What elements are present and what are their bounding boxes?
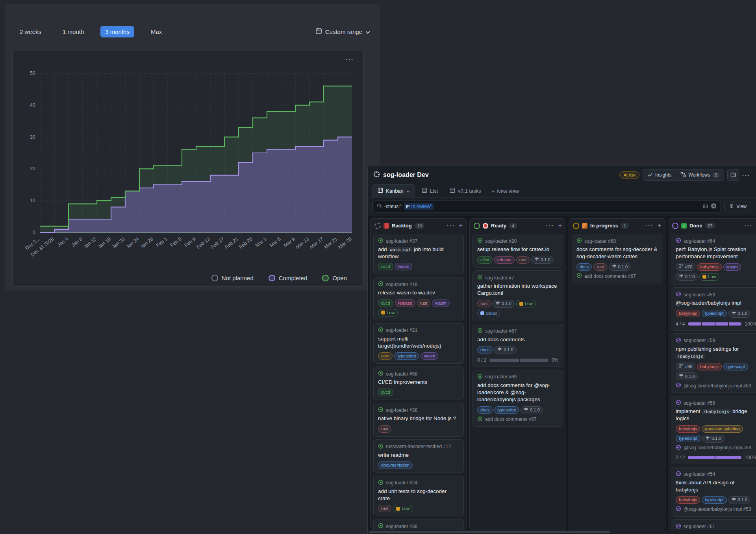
column-actions: ···+ xyxy=(546,222,562,229)
priority-icon xyxy=(519,302,523,306)
issue-card[interactable]: rustwasm-decoder-testbed #12write readme… xyxy=(373,439,464,473)
issue-title: release wasm to wa.dev xyxy=(378,289,459,296)
new-view-button[interactable]: + New view xyxy=(488,186,523,197)
range-2-weeks[interactable]: 2 weeks xyxy=(15,26,46,37)
insights-icon xyxy=(647,172,653,179)
label-pill: rust xyxy=(593,263,607,271)
issue-meta: sog-loader #21 xyxy=(378,327,459,334)
horizontal-scrollbar[interactable] xyxy=(368,530,756,534)
insights-button[interactable]: Insights xyxy=(643,169,676,180)
issue-card[interactable]: sog-loader #37add wasm-opt job into buil… xyxy=(373,234,464,274)
column-name: Backlog xyxy=(392,223,412,229)
custom-range-button[interactable]: Custom range xyxy=(315,28,370,35)
sub-issue-link[interactable]: @sog-laoder/babylonjs impl #53 xyxy=(676,445,751,451)
linked-pr-pill[interactable]: #66 xyxy=(676,363,695,370)
column-menu-button[interactable]: ··· xyxy=(645,222,654,229)
column-menu-button[interactable]: ··· xyxy=(546,222,554,229)
svg-text:Feb 17: Feb 17 xyxy=(210,236,225,250)
range-max[interactable]: Max xyxy=(146,26,167,37)
sub-issue-link[interactable]: @sog-laoder/babylonjs impl #53 xyxy=(676,506,751,513)
issue-meta: sog-loader #61 xyxy=(676,523,756,530)
priority-pill: Low xyxy=(393,505,413,512)
issue-meta: sog-loader #59 xyxy=(676,337,756,344)
issue-meta: sog-loader #53 xyxy=(676,291,756,298)
issue-card[interactable]: sog-loader #64perf: Babylon.js Splat cre… xyxy=(671,234,756,285)
column-name: In progress xyxy=(590,223,618,229)
filter-input[interactable]: -status:" In review" 83 xyxy=(372,201,721,212)
issue-card[interactable]: sog-loader #53@sog-laoder/babylonjs impl… xyxy=(671,287,756,330)
label-pill: babylonjs xyxy=(676,496,700,504)
issue-card[interactable]: sog-loader #69add docs comments for @sog… xyxy=(472,370,563,427)
issue-card[interactable]: sog-loader #67add docs commentsdocs0.1.0… xyxy=(472,324,563,367)
issue-state-icon xyxy=(676,291,681,298)
board-header: sog-loader Dev At risk Insights Workflow… xyxy=(368,166,756,183)
tab-kanban[interactable]: Kanban xyxy=(372,184,415,197)
issue-card[interactable]: sog-loader #19release wasm to wa.devci/c… xyxy=(373,277,464,320)
range-1-month[interactable]: 1 month xyxy=(58,26,89,37)
issue-card[interactable]: sog-loader #61Apply Splat's SH to Babylo… xyxy=(671,519,756,530)
label-pill: release xyxy=(494,256,515,264)
milestone-pill: 0.1.0 xyxy=(494,346,516,354)
issue-card[interactable]: sog-loader #68docs comments for sog-deco… xyxy=(572,234,662,283)
chart-menu-button[interactable]: ··· xyxy=(346,56,354,63)
label-pill: typescript xyxy=(702,310,726,317)
priority-icon xyxy=(702,275,706,279)
column-add-button[interactable]: + xyxy=(658,223,661,229)
board-menu-button[interactable]: ··· xyxy=(742,172,750,179)
column-ready: Ready4···+sog-loader #20setup release fl… xyxy=(469,218,566,530)
issue-title: add wasm-opt job into build workflow xyxy=(378,246,459,260)
sub-issue-link[interactable]: add docs comments #67 xyxy=(477,416,537,423)
issue-card[interactable]: sog-loader #38native binary bridge for N… xyxy=(373,403,464,436)
issue-state-icon xyxy=(676,523,681,530)
column-count: 1 xyxy=(621,223,629,229)
desktop: 2 weeks 1 month 3 months Max Custom rang… xyxy=(0,0,756,534)
sub-issue-link[interactable]: @sog-laoder/babylonjs impl #53 xyxy=(676,382,751,389)
range-3-months[interactable]: 3 months xyxy=(100,26,134,37)
issue-card[interactable]: sog-loader #58CI/CD improvementsci/cd xyxy=(373,367,464,400)
task-progress-percent: 100% xyxy=(745,321,756,327)
label-pill: docs xyxy=(576,263,592,271)
column-add-button[interactable]: + xyxy=(558,223,562,229)
legend-completed[interactable]: Completed xyxy=(269,275,308,281)
issue-card[interactable]: sog-loader #39think about speed up with … xyxy=(373,519,464,530)
label-pill: wasm xyxy=(395,263,413,270)
label-pill: wasm xyxy=(432,300,450,307)
size-pill: Small xyxy=(477,310,500,317)
view-options-button[interactable]: View xyxy=(724,201,751,212)
horizontal-scrollbar-thumb[interactable] xyxy=(369,531,610,533)
issue-meta: sog-loader #67 xyxy=(477,328,558,335)
issue-pills: documentation xyxy=(378,461,459,469)
status-badge[interactable]: At risk xyxy=(619,171,639,179)
sub-issue-state-icon xyxy=(676,382,681,389)
tab-list[interactable]: List xyxy=(417,184,443,197)
milestone-icon xyxy=(732,497,736,503)
label-pill: typescript xyxy=(494,406,519,414)
clear-filter-icon[interactable] xyxy=(711,203,717,210)
issue-card[interactable]: sog-loader #21support multi target(bundl… xyxy=(373,323,464,364)
issue-card[interactable]: sog-loader #20setup release flow for cra… xyxy=(472,234,563,268)
column-status-ring xyxy=(573,223,579,229)
column-add-button[interactable]: + xyxy=(459,223,463,229)
issue-meta: sog-loader #58 xyxy=(378,370,459,377)
issue-state-icon xyxy=(378,281,384,288)
issue-card[interactable]: sog-loader #54think about API design of … xyxy=(671,467,756,517)
custom-range-label: Custom range xyxy=(325,28,362,35)
issue-card[interactable]: sog-loader #59npm publishing settings fo… xyxy=(671,333,756,393)
side-panel-button[interactable] xyxy=(727,169,739,181)
milestone-icon xyxy=(497,347,502,353)
sub-issue-link[interactable]: add docs comments #67 xyxy=(576,273,636,279)
issue-state-icon xyxy=(676,400,681,406)
legend-open[interactable]: Open xyxy=(322,275,347,281)
workflows-button[interactable]: Workflows 5 xyxy=(676,169,724,180)
tab-v01-tasks[interactable]: v0.1 tasks xyxy=(445,184,486,197)
issue-pills: rust xyxy=(378,425,459,433)
issue-card[interactable]: sog-loader #56implement /babylonjs bridg… xyxy=(671,396,756,464)
issue-card[interactable]: sog-loader #7gather information into wor… xyxy=(472,270,563,321)
issue-card[interactable]: sog-loader #24add unit tests to sog-deco… xyxy=(373,476,464,516)
legend-not-planned[interactable]: Not planned xyxy=(211,275,254,281)
linked-pr-pill[interactable]: #70 xyxy=(676,263,695,271)
column-menu-button[interactable]: ··· xyxy=(447,222,455,229)
issue-title: support multi target(bundler/web/nodejs) xyxy=(378,335,459,350)
svg-text:Mar 13: Mar 13 xyxy=(295,236,310,250)
column-menu-button[interactable]: ··· xyxy=(745,222,753,229)
